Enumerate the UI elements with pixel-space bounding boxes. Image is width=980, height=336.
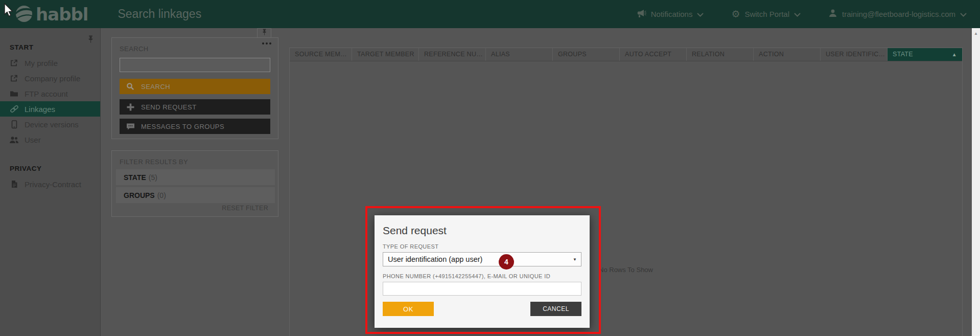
chevron-down-icon: [794, 10, 801, 18]
speech-bubble-icon: [120, 123, 141, 130]
reset-filter-link[interactable]: RESET FILTER: [222, 205, 268, 212]
sidebar-item-label: Device versions: [25, 120, 79, 129]
column-header-auto-accept[interactable]: AUTO ACCEPT: [620, 48, 687, 61]
notifications-label: Notifications: [651, 10, 693, 18]
search-panel: SEARCH SEARCH SEND REQUEST MESSAGES TO G…: [111, 37, 278, 139]
cancel-button[interactable]: CANCEL: [530, 302, 581, 316]
sidebar-item-user[interactable]: User: [0, 132, 100, 147]
sidebar-item-linkages[interactable]: Linkages: [0, 101, 100, 117]
user-account-menu[interactable]: training@fleetboard-logistics.com: [828, 9, 967, 19]
gear-icon: ⚙: [731, 9, 740, 19]
filter-name: STATE: [124, 173, 146, 182]
search-button-label: SEARCH: [141, 83, 170, 91]
phone-icon: [9, 120, 19, 129]
filter-name: GROUPS: [124, 191, 155, 199]
filter-row-groups[interactable]: GROUPS (0): [116, 187, 275, 203]
share-icon: [9, 74, 19, 83]
top-header-bar: habbl Search linkages Notifications ⚙: [0, 0, 980, 28]
sidebar-item-label: Linkages: [25, 105, 55, 114]
empty-table-message: No Rows To Show: [599, 266, 653, 274]
sidebar-item-label: Privacy-Contract: [25, 180, 81, 189]
send-request-dialog: Send request TYPE OF REQUEST User identi…: [375, 215, 590, 328]
sidebar-nav: START My profile Company profile FTP acc…: [0, 28, 101, 336]
share-icon: [9, 59, 19, 68]
column-header-groups[interactable]: GROUPS: [553, 48, 620, 61]
column-header-reference-number[interactable]: REFERENCE NU…: [419, 48, 486, 61]
sidebar-item-my-profile[interactable]: My profile: [0, 55, 100, 71]
phone-email-id-label: PHONE NUMBER (+4915142255447), E-MAIL OR…: [383, 273, 581, 279]
send-request-button-label: SEND REQUEST: [141, 103, 197, 111]
column-header-source-member[interactable]: SOURCE MEM…: [290, 48, 352, 61]
column-header-action[interactable]: ACTION: [754, 48, 821, 61]
sidebar-item-company-profile[interactable]: Company profile: [0, 71, 100, 86]
chevron-down-icon: [960, 10, 967, 18]
users-icon: [9, 136, 19, 144]
filter-row-state[interactable]: STATE (5): [116, 169, 275, 185]
column-header-target-member[interactable]: TARGET MEMBER: [352, 48, 419, 61]
notifications-menu[interactable]: Notifications: [636, 9, 704, 19]
more-options-icon[interactable]: [262, 42, 271, 44]
switch-portal-menu[interactable]: ⚙ Switch Portal: [731, 9, 801, 19]
dialog-title: Send request: [383, 225, 581, 237]
annotation-step-badge: 4: [499, 254, 514, 270]
sidebar-item-label: FTP account: [25, 89, 68, 98]
column-header-relation[interactable]: RELATION: [687, 48, 754, 61]
vertical-scrollbar[interactable]: ▲: [972, 28, 980, 336]
header-right-cluster: Notifications ⚙ Switch Portal: [616, 9, 967, 19]
switch-portal-label: Switch Portal: [744, 10, 789, 18]
ok-button[interactable]: OK: [383, 302, 434, 316]
filter-count: (0): [157, 191, 166, 199]
habbl-logo-text: habbl: [36, 4, 88, 25]
megaphone-icon: [636, 9, 646, 19]
phone-email-id-input[interactable]: [383, 282, 581, 296]
sidebar-section-privacy: PRIVACY: [0, 147, 100, 176]
sidebar-item-ftp-account[interactable]: FTP account: [0, 86, 100, 101]
habbl-logo-icon: [14, 4, 34, 25]
folder-icon: [9, 89, 19, 98]
type-of-request-label: TYPE OF REQUEST: [383, 243, 581, 250]
app-screen: habbl Search linkages Notifications ⚙: [0, 0, 980, 336]
panel-pin-tab[interactable]: [257, 28, 271, 38]
sidebar-item-label: Company profile: [25, 74, 80, 83]
column-header-state-label: STATE: [893, 48, 913, 61]
select-dropdown-arrow-icon: ▼: [573, 257, 577, 262]
column-header-user-identification[interactable]: USER IDENTIFIC…: [821, 48, 888, 61]
user-email: training@fleetboard-logistics.com: [842, 10, 955, 18]
type-of-request-value: User identification (app user): [388, 255, 482, 263]
sort-ascending-icon: ▲: [952, 48, 957, 61]
filter-results-by-label: FILTER RESULTS BY: [120, 158, 188, 166]
send-request-button[interactable]: SEND REQUEST: [120, 99, 270, 115]
sidebar-section-start: START: [0, 28, 100, 55]
link-icon: [9, 105, 19, 114]
type-of-request-select[interactable]: User identification (app user) ▼: [383, 252, 581, 266]
page-title: Search linkages: [118, 7, 201, 21]
column-header-alias[interactable]: ALIAS: [486, 48, 553, 61]
search-button[interactable]: SEARCH: [120, 79, 270, 94]
pin-icon[interactable]: [87, 35, 94, 46]
plus-icon: [120, 103, 141, 111]
messages-to-groups-button-label: MESSAGES TO GROUPS: [141, 123, 224, 130]
filter-panel: FILTER RESULTS BY STATE (5) GROUPS (0) R…: [111, 150, 278, 217]
document-icon: [9, 180, 19, 189]
search-input[interactable]: [120, 58, 270, 72]
messages-to-groups-button[interactable]: MESSAGES TO GROUPS: [120, 119, 270, 134]
sidebar-item-privacy-contract[interactable]: Privacy-Contract: [0, 176, 100, 192]
pin-icon: [262, 29, 267, 38]
filter-count: (5): [149, 173, 157, 182]
sidebar-item-label: My profile: [25, 59, 58, 68]
table-header-row: SOURCE MEM… TARGET MEMBER REFERENCE NU… …: [290, 48, 962, 61]
scroll-up-arrow-icon[interactable]: ▲: [972, 31, 980, 36]
sidebar-item-label: User: [25, 136, 41, 144]
search-label: SEARCH: [120, 45, 149, 53]
habbl-logo[interactable]: habbl: [14, 4, 88, 25]
search-icon: [120, 82, 141, 91]
person-icon: [828, 9, 837, 19]
column-header-state[interactable]: STATE ▲: [888, 48, 962, 61]
chevron-down-icon: [697, 10, 704, 18]
sidebar-item-device-versions[interactable]: Device versions: [0, 117, 100, 132]
